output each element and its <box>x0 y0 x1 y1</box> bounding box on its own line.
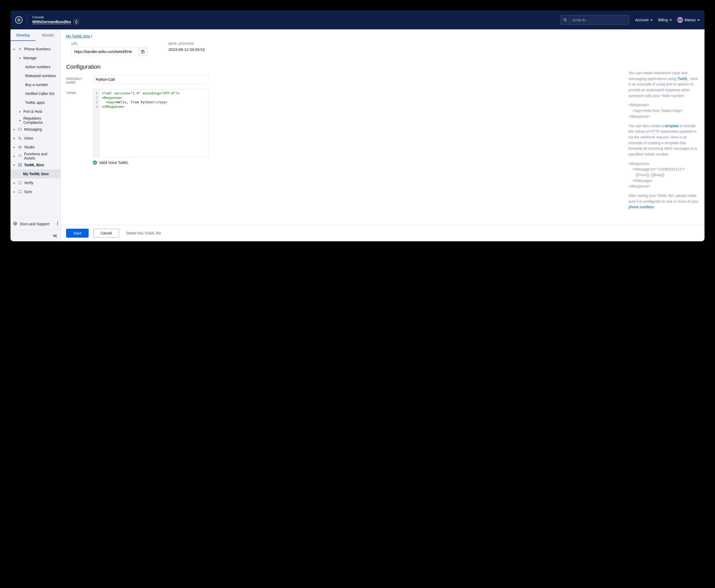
sidebar-item-functions-assets[interactable]: Functions and Assets <box>10 152 61 161</box>
help-link-phone-numbers[interactable]: phone numbers <box>628 205 654 209</box>
save-button[interactable]: Save <box>66 229 89 238</box>
hash-icon: # <box>18 47 22 51</box>
console-label: Console <box>32 16 79 19</box>
friendly-name-input[interactable] <box>93 75 208 84</box>
sync-icon <box>18 190 22 194</box>
svg-rect-1 <box>18 128 22 130</box>
sidebar-item-voice[interactable]: Voice <box>10 134 61 143</box>
sidebar-item-buy-a-number[interactable]: Buy a number <box>10 80 61 89</box>
sidebar-item-messaging[interactable]: Messaging <box>10 125 61 134</box>
sidebar-item-verified-caller-ids[interactable]: Verified Caller IDs <box>10 89 61 98</box>
check-icon <box>93 161 97 165</box>
more-icon[interactable] <box>57 222 58 226</box>
help-link-twiml[interactable]: TwiML <box>677 77 688 81</box>
billing-label: Billing <box>658 18 668 22</box>
configuration-heading: Configuration <box>66 63 699 70</box>
sidebar-item-port-host[interactable]: Port & Host <box>10 107 61 116</box>
sidebar-item-docs-support[interactable]: Docs and Support <box>10 217 61 230</box>
project-selector: Console WithGermanBundles <box>32 16 79 25</box>
voice-icon <box>18 136 22 140</box>
help-panel: You can create interactive voice and mes… <box>628 70 699 214</box>
svg-point-7 <box>15 223 16 224</box>
copy-icon <box>141 49 145 54</box>
sidebar-collapse-button[interactable] <box>10 230 61 241</box>
studio-icon <box>18 145 22 149</box>
sidebar-item-regulatory-compliance[interactable]: Regulatory Compliance <box>10 116 61 125</box>
sidebar-item-phone-numbers[interactable]: # Phone Numbers <box>10 45 61 54</box>
sidebar-item-studio[interactable]: Studio <box>10 143 61 152</box>
project-name[interactable]: WithGermanBundles <box>32 19 71 24</box>
copy-button[interactable] <box>138 47 147 56</box>
app-header: Console WithGermanBundles Account Billin… <box>10 10 705 29</box>
sidebar-item-my-twiml-bins[interactable]: My TwiML bins <box>10 169 61 178</box>
breadcrumb-link-my-twiml-bins[interactable]: My TwiML bins <box>66 34 90 38</box>
sidebar-item-manage[interactable]: Manage <box>10 54 61 62</box>
url-label: URL <box>71 42 147 46</box>
project-switch-button[interactable] <box>74 19 79 25</box>
global-search <box>561 15 629 25</box>
sidebar-item-twiml-bins[interactable]: TwiML Bins <box>10 161 61 169</box>
action-bar: Save Cancel Delete this TwiML Bin <box>61 225 705 241</box>
svg-point-8 <box>57 222 58 223</box>
svg-point-3 <box>19 147 19 148</box>
twiml-code: <?xml version="1.0" encoding="UTF-8"?> <… <box>100 89 208 157</box>
url-input[interactable] <box>71 47 138 56</box>
user-name: Marius <box>685 18 696 22</box>
svg-rect-11 <box>142 51 144 53</box>
user-menu[interactable]: MO Marius <box>677 17 700 23</box>
sidebar-item-twiml-apps[interactable]: TwiML apps <box>10 98 61 107</box>
account-label: Account <box>635 18 649 22</box>
twiml-bins-icon <box>18 163 22 167</box>
messaging-icon <box>18 127 22 131</box>
svg-point-2 <box>20 146 21 147</box>
delete-button[interactable]: Delete this TwiML Bin <box>124 229 164 238</box>
avatar: MO <box>677 17 683 23</box>
sidebar-item-released-numbers[interactable]: Released numbers <box>10 71 61 80</box>
account-menu[interactable]: Account <box>635 18 653 22</box>
svg-point-9 <box>57 223 58 224</box>
friendly-name-label: FRIENDLY NAME <box>66 75 88 84</box>
verify-icon <box>18 181 22 185</box>
sidebar: Develop Monitor # Phone Numbers Manage A… <box>10 29 61 241</box>
breadcrumb: My TwiML bins / <box>66 34 699 38</box>
svg-point-0 <box>564 19 566 21</box>
valid-status: Valid Voice TwiML <box>93 161 208 165</box>
twiml-editor[interactable]: 1 2 3 4 <?xml version="1.0" encoding="UT… <box>93 89 208 158</box>
svg-point-4 <box>20 148 21 148</box>
search-icon <box>561 16 569 24</box>
sidebar-item-sync[interactable]: Sync <box>10 187 61 196</box>
sidebar-item-active-numbers[interactable]: Active numbers <box>10 62 61 71</box>
search-input[interactable] <box>569 18 629 22</box>
twilio-logo <box>15 16 23 24</box>
date-updated-value: 2023-06-12 04:59:52 <box>168 47 205 52</box>
svg-point-10 <box>57 225 58 225</box>
tab-monitor[interactable]: Monitor <box>36 29 61 41</box>
docs-icon <box>13 222 17 226</box>
tab-develop[interactable]: Develop <box>10 29 36 41</box>
date-updated-label: DATE UPDATED <box>168 42 205 46</box>
billing-menu[interactable]: Billing <box>658 18 672 22</box>
sidebar-item-verify[interactable]: Verify <box>10 178 61 187</box>
cancel-button[interactable]: Cancel <box>93 229 119 238</box>
help-link-template[interactable]: template <box>665 124 679 128</box>
functions-icon <box>18 154 22 158</box>
twiml-label: TWIML <box>66 89 88 95</box>
